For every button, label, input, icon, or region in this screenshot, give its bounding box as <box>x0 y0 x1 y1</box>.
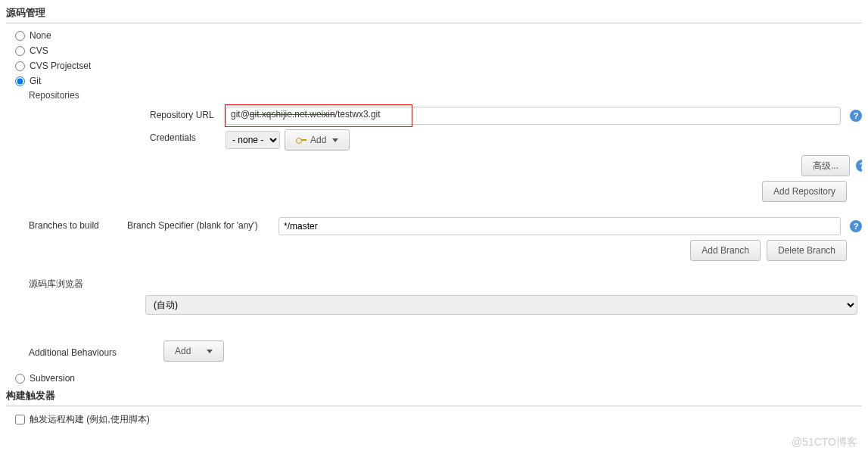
label-cvs-projectset: CVS Projectset <box>30 61 91 71</box>
help-icon[interactable]: ? <box>850 220 862 232</box>
add-button-label: Add <box>310 135 326 145</box>
repo-browser-select[interactable]: (自动) <box>145 295 857 315</box>
repo-url-prefix: git@ <box>231 109 250 120</box>
credentials-select[interactable]: - none - <box>226 131 280 149</box>
branches-label: Branches to build <box>6 217 127 231</box>
repo-browser-label: 源码库浏览器 <box>6 275 127 291</box>
repo-url-redacted: git.xqshijie.net.weixin <box>250 109 335 120</box>
delete-branch-button[interactable]: Delete Branch <box>767 240 847 261</box>
label-none: None <box>30 30 51 41</box>
help-icon[interactable]: ? <box>850 110 862 122</box>
radio-git[interactable] <box>15 76 25 86</box>
help-icon-partial[interactable]: ? <box>856 160 862 172</box>
scm-option-none[interactable]: None <box>6 28 862 43</box>
credentials-add-button[interactable]: Add <box>285 129 350 151</box>
credentials-label: Credentials <box>6 129 226 143</box>
add-repository-button[interactable]: Add Repository <box>762 181 847 202</box>
advanced-button[interactable]: 高级... <box>801 155 850 176</box>
label-cvs: CVS <box>30 45 48 56</box>
scm-option-cvs[interactable]: CVS <box>6 43 862 58</box>
additional-behaviours-label: Additional Behaviours <box>6 344 145 358</box>
section-header-triggers: 构建触发器 <box>6 386 862 406</box>
additional-add-button[interactable]: Add <box>163 340 224 362</box>
add-branch-button[interactable]: Add Branch <box>690 240 761 261</box>
radio-cvs[interactable] <box>15 46 25 56</box>
section-header-scm: 源码管理 <box>6 3 862 23</box>
label-remote-build: 触发远程构建 (例如,使用脚本) <box>30 413 150 426</box>
scm-option-subversion[interactable]: Subversion <box>6 371 862 386</box>
repositories-label: Repositories <box>6 89 862 102</box>
checkbox-remote-build[interactable] <box>15 415 25 424</box>
label-git: Git <box>30 76 41 86</box>
radio-none[interactable] <box>15 31 25 41</box>
branch-specifier-label: Branch Specifier (blank for 'any') <box>127 217 278 231</box>
additional-add-label: Add <box>175 346 191 356</box>
repo-url-label: Repository URL <box>6 107 226 120</box>
caret-down-icon <box>207 350 213 353</box>
label-subversion: Subversion <box>30 373 75 384</box>
branch-specifier-input[interactable] <box>278 217 841 235</box>
radio-cvs-projectset[interactable] <box>15 61 25 71</box>
repo-url-input[interactable]: git@git.xqshijie.net.weixin/testwx3.git <box>226 107 841 125</box>
repo-url-suffix: /testwx3.git <box>335 109 381 120</box>
key-icon <box>296 137 306 143</box>
trigger-remote-build[interactable]: 触发远程构建 (例如,使用脚本) <box>6 411 862 428</box>
scm-option-git[interactable]: Git <box>6 73 862 89</box>
scm-option-cvs-projectset[interactable]: CVS Projectset <box>6 58 862 73</box>
radio-subversion[interactable] <box>15 374 25 384</box>
caret-down-icon <box>332 138 338 142</box>
repo-url-wrap: git@git.xqshijie.net.weixin/testwx3.git <box>226 107 841 125</box>
